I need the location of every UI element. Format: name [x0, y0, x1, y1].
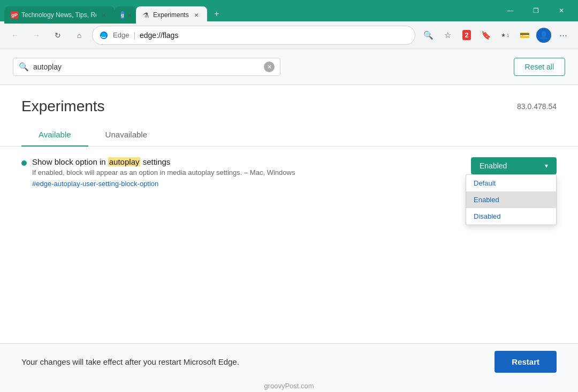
titlebar: gP Technology News, Tips, Reviews, ✕ g ✕… — [0, 0, 578, 21]
close-button[interactable]: ✕ — [549, 2, 574, 19]
tab3-close[interactable]: ✕ — [192, 11, 201, 19]
ellipsis-icon: ⋯ — [559, 30, 567, 40]
tab1-favicon: gP — [11, 11, 18, 19]
collections-button[interactable]: 2 — [458, 27, 475, 44]
version-text: 83.0.478.54 — [517, 102, 557, 111]
refresh-icon: ↻ — [55, 31, 61, 40]
avatar: 👤 — [536, 28, 551, 43]
search-toolbar-button[interactable]: 🔍 — [420, 27, 437, 44]
address-bar[interactable]: Edge | edge://flags — [92, 26, 415, 45]
flag-item: Show block option in autoplay settings I… — [0, 147, 578, 199]
navbar: ← → ↻ ⌂ Edge | edge://flags 🔍 ☆ 2 — [0, 21, 578, 49]
home-icon: ⌂ — [77, 31, 81, 40]
dropdown-option-disabled[interactable]: Disabled — [466, 208, 556, 225]
flag-header: Show block option in autoplay settings I… — [21, 157, 557, 188]
footer: Your changes will take effect after you … — [0, 343, 578, 380]
search-toolbar-icon: 🔍 — [423, 30, 434, 40]
dropdown-option-default[interactable]: Default — [466, 175, 556, 191]
edge-icon — [99, 30, 109, 40]
tab-unavailable[interactable]: Unavailable — [88, 124, 164, 147]
search-input[interactable] — [33, 63, 260, 71]
read-aloud-button[interactable]: 🔖 — [477, 27, 495, 44]
tab2-close[interactable]: ✕ — [127, 11, 132, 19]
tab1-label: Technology News, Tips, Reviews, — [21, 11, 96, 19]
refresh-button[interactable]: ↻ — [49, 27, 66, 44]
page-content: 🔍 ✕ Reset all Experiments 83.0.478.54 Av… — [0, 49, 578, 392]
flag-dot — [21, 160, 27, 166]
flag-title: Show block option in autoplay settings — [32, 157, 295, 166]
watermark-text: groovyPost.com — [264, 382, 314, 390]
search-area: 🔍 ✕ Reset all — [0, 49, 578, 85]
tab3-label: Experiments — [153, 11, 189, 19]
dropdown-option-enabled[interactable]: Enabled — [466, 191, 556, 208]
wallet-button[interactable]: 💳 — [516, 27, 533, 44]
watermark: groovyPost.com — [0, 380, 578, 392]
reader-icon: ★1 — [501, 32, 509, 38]
flag-dropdown-button[interactable]: Enabled ▾ — [471, 157, 557, 174]
wallet-icon: 💳 — [520, 30, 530, 40]
restart-button[interactable]: Restart — [495, 351, 557, 373]
back-button[interactable]: ← — [6, 27, 24, 44]
flag-description: If enabled, block will appear as an opti… — [32, 168, 295, 176]
flag-link[interactable]: #edge-autoplay-user-setting-block-option — [32, 180, 158, 188]
toolbar-icons: 🔍 ☆ 2 🔖 ★1 💳 👤 ⋯ — [420, 27, 572, 44]
tab3-favicon: ⚗ — [142, 11, 150, 19]
profile-button[interactable]: 👤 — [535, 27, 552, 44]
flag-title-after: settings — [140, 157, 170, 166]
tab1-close[interactable]: ✕ — [100, 11, 108, 19]
window-controls: — ❐ ✕ — [498, 2, 574, 19]
restore-button[interactable]: ❐ — [523, 2, 548, 19]
search-icon: 🔍 — [19, 62, 29, 72]
clear-search-button[interactable]: ✕ — [264, 62, 275, 72]
tab-available[interactable]: Available — [21, 124, 88, 147]
flag-title-highlight: autoplay — [108, 157, 141, 166]
page-title: Experiments — [21, 98, 105, 115]
experiments-tabs: Available Unavailable — [0, 124, 578, 147]
browser-tab-experiments[interactable]: ⚗ Experiments ✕ — [136, 6, 207, 24]
collections-icon: 2 — [462, 30, 470, 40]
browser-tab-1[interactable]: gP Technology News, Tips, Reviews, ✕ — [4, 6, 115, 24]
experiments-content: Experiments 83.0.478.54 Available Unavai… — [0, 85, 578, 343]
address-separator: Edge — [113, 31, 129, 39]
flag-title-before: Show block option in — [32, 157, 108, 166]
flag-info: Show block option in autoplay settings I… — [32, 157, 295, 188]
browser-tab-2[interactable]: g ✕ — [115, 6, 136, 24]
back-icon: ← — [11, 31, 19, 40]
experiments-header: Experiments 83.0.478.54 — [0, 85, 578, 115]
home-button[interactable]: ⌂ — [71, 27, 88, 44]
reset-all-button[interactable]: Reset all — [514, 58, 565, 76]
tabs-container: gP Technology News, Tips, Reviews, ✕ g ✕… — [4, 0, 498, 21]
dropdown-menu: Default Enabled Disabled — [466, 174, 557, 225]
search-box[interactable]: 🔍 ✕ — [13, 58, 280, 76]
dropdown-selected-value: Enabled — [480, 162, 507, 170]
forward-button[interactable]: → — [28, 27, 45, 44]
forward-icon: → — [33, 31, 40, 40]
more-button[interactable]: ⋯ — [554, 27, 572, 44]
new-tab-button[interactable]: + — [209, 6, 224, 21]
star-icon: ☆ — [444, 30, 451, 40]
footer-message: Your changes will take effect after you … — [21, 357, 239, 366]
tab2-favicon: g — [121, 11, 124, 19]
immersive-reader-button[interactable]: ★1 — [497, 27, 514, 44]
flag-dropdown-wrap: Enabled ▾ Default Enabled Disabled — [471, 157, 557, 174]
dropdown-arrow-icon: ▾ — [545, 162, 548, 170]
address-separator-pipe: | — [133, 31, 135, 40]
minimize-button[interactable]: — — [498, 2, 522, 19]
flag-left: Show block option in autoplay settings I… — [21, 157, 460, 188]
favorites-button[interactable]: ☆ — [439, 27, 456, 44]
book-icon: 🔖 — [481, 30, 491, 40]
address-text: edge://flags — [140, 31, 178, 40]
